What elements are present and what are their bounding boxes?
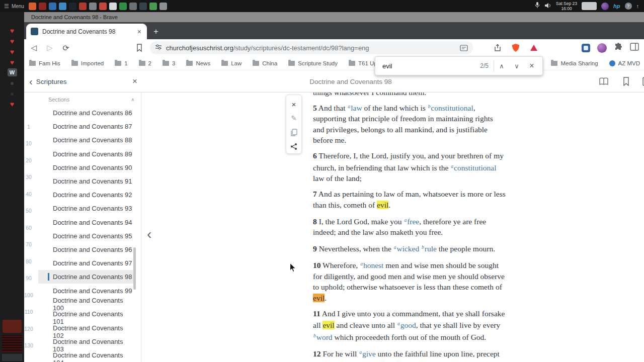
taskbar-app-4[interactable]: [59, 3, 66, 10]
back-label[interactable]: Scriptures: [36, 78, 67, 85]
section-item[interactable]: Doctrine and Covenants 86: [38, 106, 134, 120]
profile-avatar[interactable]: [597, 43, 607, 53]
section-mark-1[interactable]: 1: [25, 118, 33, 135]
section-item[interactable]: Doctrine and Covenants 87: [38, 120, 134, 133]
section-item[interactable]: Doctrine and Covenants 90: [38, 161, 134, 174]
scripture-link[interactable]: rule: [425, 244, 437, 253]
taskbar-app-12[interactable]: [139, 3, 147, 10]
clock[interactable]: Sat Sep 23 16:00: [556, 1, 577, 11]
section-item[interactable]: Doctrine and Covenants 102: [38, 325, 134, 338]
scripture-link[interactable]: constitutional: [431, 104, 473, 112]
window-titlebar[interactable]: Doctrine and Covenants 98 - Brave: [24, 12, 644, 22]
tab-close-icon[interactable]: ×: [136, 28, 142, 36]
dock-bottom-app-2[interactable]: [2, 335, 22, 352]
bookmark-icon[interactable]: [133, 39, 146, 56]
section-item[interactable]: Doctrine and Covenants 94: [38, 216, 134, 229]
find-bar[interactable]: evil 2/5 ∧ ∨ ×: [375, 56, 543, 75]
back-chevron-icon[interactable]: ‹: [29, 76, 33, 86]
find-close-icon[interactable]: ×: [524, 61, 539, 70]
bookmark-item[interactable]: News: [186, 60, 210, 66]
scripture-link[interactable]: honest: [363, 261, 383, 269]
scripture-link[interactable]: give: [362, 349, 376, 358]
brave-rewards-icon[interactable]: [527, 39, 540, 56]
help-icon[interactable]: ?: [625, 3, 632, 10]
bookmark-item[interactable]: Imported: [71, 60, 104, 66]
section-mark-90[interactable]: 90: [25, 270, 33, 287]
find-next-icon[interactable]: ∨: [509, 62, 524, 70]
site-info-icon[interactable]: [155, 43, 162, 52]
footnote-letter[interactable]: a: [348, 104, 350, 109]
bookmark-item[interactable]: China: [253, 60, 277, 66]
options-icon[interactable]: [640, 76, 644, 86]
url-text[interactable]: churchofjesuschrist.org/study/scriptures…: [166, 44, 456, 52]
panel-close-icon[interactable]: ×: [132, 76, 137, 86]
taskbar-app-7[interactable]: [89, 3, 97, 10]
taskbar-app-14[interactable]: [159, 3, 167, 10]
taskbar-app-13[interactable]: [149, 3, 157, 10]
footnote-letter[interactable]: b: [428, 104, 431, 109]
reload-button[interactable]: ⟳: [59, 39, 72, 56]
section-mark-120[interactable]: 120: [25, 320, 33, 337]
footnote-letter[interactable]: a: [394, 245, 396, 250]
dock-w-app[interactable]: W: [8, 68, 17, 76]
footnote-letter[interactable]: a: [397, 321, 400, 326]
taskbar-app-10[interactable]: [119, 3, 127, 10]
section-item[interactable]: Doctrine and Covenants 95: [38, 229, 134, 243]
section-item[interactable]: Doctrine and Covenants 91: [38, 174, 134, 188]
bookmark-item[interactable]: Media Sharing: [551, 60, 598, 66]
brave-shields-icon[interactable]: [509, 39, 522, 56]
bookmark-item[interactable]: 2: [139, 60, 151, 66]
section-item[interactable]: Doctrine and Covenants 103: [38, 338, 134, 352]
dock-favorite-4[interactable]: ♥: [7, 58, 18, 66]
share-icon[interactable]: [491, 39, 504, 56]
scripture-link[interactable]: word: [316, 333, 333, 341]
collapse-caret-icon[interactable]: ∧: [131, 97, 134, 102]
updates-icon[interactable]: ↑: [636, 3, 639, 9]
annotation-share-icon[interactable]: [286, 139, 301, 153]
annotation-close-icon[interactable]: ×: [286, 97, 301, 111]
bookmark-item[interactable]: Scripture Study: [288, 60, 338, 66]
dock-globe[interactable]: ●: [7, 89, 18, 98]
taskbar-app-6[interactable]: [79, 3, 87, 10]
tray-app-icon[interactable]: [601, 3, 609, 10]
dock-bottom-app-1[interactable]: [3, 320, 22, 333]
section-item[interactable]: Doctrine and Covenants 89: [38, 147, 134, 161]
dock-favorite-5[interactable]: ♥: [7, 100, 18, 108]
section-item[interactable]: Doctrine and Covenants 98: [38, 270, 134, 284]
section-mark-100[interactable]: 100: [25, 287, 33, 304]
reader-mode-icon[interactable]: [460, 45, 468, 51]
scripture-link[interactable]: law: [351, 104, 362, 112]
footnote-letter[interactable]: a: [360, 261, 363, 266]
section-item[interactable]: Doctrine and Covenants 88: [38, 133, 134, 147]
annotation-copy-icon[interactable]: [286, 125, 301, 139]
extensions-puzzle-icon[interactable]: [614, 42, 623, 53]
taskbar-app-5[interactable]: [69, 3, 76, 10]
taskbar-app-1[interactable]: [29, 3, 36, 10]
bookmark-item[interactable]: Law: [221, 60, 242, 66]
tray-indicator[interactable]: [582, 2, 597, 10]
browser-tab[interactable]: Doctrine and Covenants 98 ×: [26, 24, 147, 39]
extension-icon-1[interactable]: [582, 44, 590, 52]
sidebar-scrollbar-thumb[interactable]: [133, 247, 136, 290]
footnote-letter[interactable]: a: [451, 164, 453, 169]
related-content-icon[interactable]: [598, 76, 609, 86]
bookmark-page-icon[interactable]: [620, 76, 631, 86]
taskbar-app-8[interactable]: [99, 3, 107, 10]
forward-button[interactable]: ▷: [43, 39, 56, 56]
menu-label[interactable]: Menu: [12, 4, 24, 9]
dock-dark-circle[interactable]: ●: [7, 78, 18, 87]
section-item[interactable]: Doctrine and Covenants 96: [38, 243, 134, 256]
section-mark-130[interactable]: 130: [25, 337, 33, 354]
footnote-letter[interactable]: a: [359, 350, 362, 355]
sidebar-toggle-icon[interactable]: [630, 43, 639, 53]
section-mark-30[interactable]: 30: [25, 169, 33, 186]
section-mark-80[interactable]: 80: [25, 253, 33, 270]
section-mark-20[interactable]: 20: [25, 152, 33, 169]
scripture-link[interactable]: free: [407, 217, 419, 226]
taskbar-app-2[interactable]: [39, 3, 46, 10]
dock-favorite-2[interactable]: ♥: [7, 37, 18, 45]
section-item[interactable]: Doctrine and Covenants 101: [38, 311, 134, 325]
bookmark-item[interactable]: Fam His: [29, 60, 60, 66]
section-mark-60[interactable]: 60: [25, 219, 33, 236]
section-item[interactable]: Doctrine and Covenants 97: [38, 256, 134, 270]
